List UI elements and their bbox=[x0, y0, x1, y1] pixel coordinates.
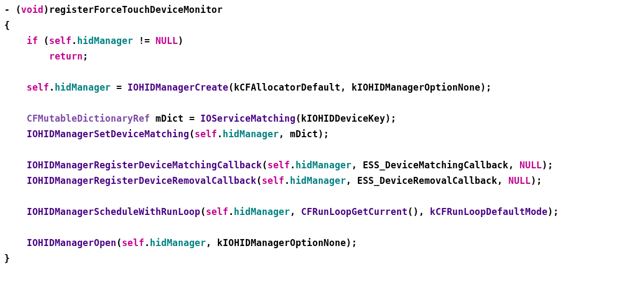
punct-lparen: ( bbox=[296, 113, 301, 124]
punct-dot: . bbox=[144, 237, 150, 248]
prop-hidmanager: hidManager bbox=[296, 160, 352, 170]
punct-semicolon: ; bbox=[83, 51, 88, 62]
punct-rparen: ) bbox=[547, 206, 553, 217]
punct-dot: . bbox=[284, 175, 290, 186]
prop-hidmanager: hidManager bbox=[77, 35, 133, 46]
type-cfmutabledictionaryref: CFMutableDictionaryRef bbox=[27, 113, 150, 124]
punct-dot: . bbox=[228, 206, 233, 217]
op-ne: != bbox=[133, 35, 156, 46]
punct-lparen: ( bbox=[407, 206, 413, 217]
punct-semicolon: ; bbox=[553, 206, 559, 217]
punct-comma: , bbox=[352, 160, 363, 170]
punct-semicolon: ; bbox=[536, 175, 541, 186]
punct-rparen: ) bbox=[385, 113, 391, 124]
op-eq: = bbox=[111, 82, 127, 93]
punct-lparen: ( bbox=[257, 175, 262, 186]
prop-hidmanager: hidManager bbox=[55, 82, 111, 93]
punct-lparen: ( bbox=[262, 160, 267, 170]
prop-hidmanager: hidManager bbox=[223, 129, 279, 139]
sym-kcfrunloopdefaultmode: kCFRunLoopDefaultMode bbox=[430, 206, 547, 217]
fn-iohidmanagercreate: IOHIDManagerCreate bbox=[128, 82, 229, 93]
fn-iohidmanagerregisterdeviceremovalcallback: IOHIDManagerRegisterDeviceRemovalCallbac… bbox=[27, 175, 257, 186]
punct-lparen: ( bbox=[200, 206, 206, 217]
punct-semicolon: ; bbox=[352, 237, 357, 248]
fn-iohidmanageropen: IOHIDManagerOpen bbox=[27, 237, 116, 248]
punct-lbrace: { bbox=[4, 20, 10, 31]
fn-cfrunloopgetcurrent: CFRunLoopGetCurrent bbox=[301, 206, 407, 217]
keyword-return: return bbox=[49, 51, 83, 62]
sym-deviceremovalcallback: ESS_DeviceRemovalCallback bbox=[357, 175, 497, 186]
op-eq: = bbox=[184, 113, 200, 124]
punct-rparen: ) bbox=[531, 175, 536, 186]
punct-rparen: ) bbox=[318, 129, 323, 139]
punct-rparen: ) bbox=[480, 82, 486, 93]
keyword-null: NULL bbox=[519, 160, 542, 170]
punct-comma: , bbox=[290, 206, 301, 217]
punct-rparen: ) bbox=[346, 237, 352, 248]
punct-rbrace: } bbox=[4, 253, 10, 264]
sym-kcfallocatordefault: kCFAllocatorDefault bbox=[234, 82, 340, 93]
punct-comma: , bbox=[340, 82, 352, 93]
keyword-self: self bbox=[49, 35, 72, 46]
punct-lparen: ( bbox=[43, 35, 49, 46]
punct-rparen: ) bbox=[43, 4, 49, 15]
sym-kiohidmanageroptionnone: kIOHIDManagerOptionNone bbox=[217, 237, 346, 248]
keyword-void: void bbox=[21, 4, 43, 15]
punct-dot: . bbox=[71, 35, 77, 46]
var-mdict: mDict bbox=[156, 113, 184, 124]
fn-ioservicematching: IOServiceMatching bbox=[200, 113, 295, 124]
keyword-if: if bbox=[27, 35, 38, 46]
punct-rparen: ) bbox=[413, 206, 419, 217]
keyword-self: self bbox=[27, 82, 49, 93]
line-1: - (void)registerForceTouchDeviceMonitor bbox=[4, 4, 223, 15]
line-9: IOHIDManagerSetDeviceMatching(self.hidMa… bbox=[4, 129, 329, 139]
line-3: if (self.hidManager != NULL) bbox=[4, 35, 184, 46]
punct-lparen: ( bbox=[16, 4, 21, 15]
method-name: registerForceTouchDeviceMonitor bbox=[49, 4, 223, 15]
punct-semicolon: ; bbox=[547, 160, 553, 170]
line-11: IOHIDManagerRegisterDeviceMatchingCallba… bbox=[4, 160, 553, 170]
keyword-self: self bbox=[122, 237, 144, 248]
punct-comma: , bbox=[346, 175, 357, 186]
sym-kiohidmanageroptionnone: kIOHIDManagerOptionNone bbox=[352, 82, 480, 93]
punct-semicolon: ; bbox=[391, 113, 396, 124]
code-block: - (void)registerForceTouchDeviceMonitor … bbox=[0, 0, 644, 266]
punct-dash: - bbox=[4, 4, 16, 15]
punct-comma: , bbox=[206, 237, 217, 248]
punct-lparen: ( bbox=[228, 82, 233, 93]
punct-lparen: ( bbox=[116, 237, 122, 248]
line-2: { bbox=[4, 20, 10, 31]
keyword-self: self bbox=[206, 206, 229, 217]
keyword-self: self bbox=[262, 175, 284, 186]
line-4: return; bbox=[4, 51, 89, 62]
keyword-null: NULL bbox=[508, 175, 531, 186]
fn-iohidmanagerschedulewithrunloop: IOHIDManagerScheduleWithRunLoop bbox=[27, 206, 200, 217]
punct-rparen: ) bbox=[542, 160, 547, 170]
punct-rparen: ) bbox=[178, 35, 184, 46]
prop-hidmanager: hidManager bbox=[290, 175, 346, 186]
punct-comma: , bbox=[508, 160, 519, 170]
prop-hidmanager: hidManager bbox=[234, 206, 290, 217]
punct-semicolon: ; bbox=[486, 82, 491, 93]
keyword-null: NULL bbox=[156, 35, 178, 46]
punct-dot: . bbox=[49, 82, 55, 93]
sym-devicematchingcallback: ESS_DeviceMatchingCallback bbox=[363, 160, 508, 170]
fn-iohidmanagersetdevicematching: IOHIDManagerSetDeviceMatching bbox=[27, 129, 189, 139]
line-14: IOHIDManagerScheduleWithRunLoop(self.hid… bbox=[4, 206, 559, 217]
punct-comma: , bbox=[497, 175, 508, 186]
punct-dot: . bbox=[290, 160, 295, 170]
line-12: IOHIDManagerRegisterDeviceRemovalCallbac… bbox=[4, 175, 542, 186]
keyword-self: self bbox=[267, 160, 290, 170]
line-17: } bbox=[4, 253, 10, 264]
var-mdict: mDict bbox=[290, 129, 318, 139]
line-6: self.hidManager = IOHIDManagerCreate(kCF… bbox=[4, 82, 492, 93]
keyword-self: self bbox=[195, 129, 217, 139]
line-8: CFMutableDictionaryRef mDict = IOService… bbox=[4, 113, 397, 124]
punct-semicolon: ; bbox=[324, 129, 329, 139]
punct-lparen: ( bbox=[189, 129, 194, 139]
sym-kiohiddevicekey: kIOHIDDeviceKey bbox=[301, 113, 385, 124]
line-16: IOHIDManagerOpen(self.hidManager, kIOHID… bbox=[4, 237, 357, 248]
punct-dot: . bbox=[217, 129, 223, 139]
prop-hidmanager: hidManager bbox=[150, 237, 206, 248]
punct-comma: , bbox=[279, 129, 290, 139]
